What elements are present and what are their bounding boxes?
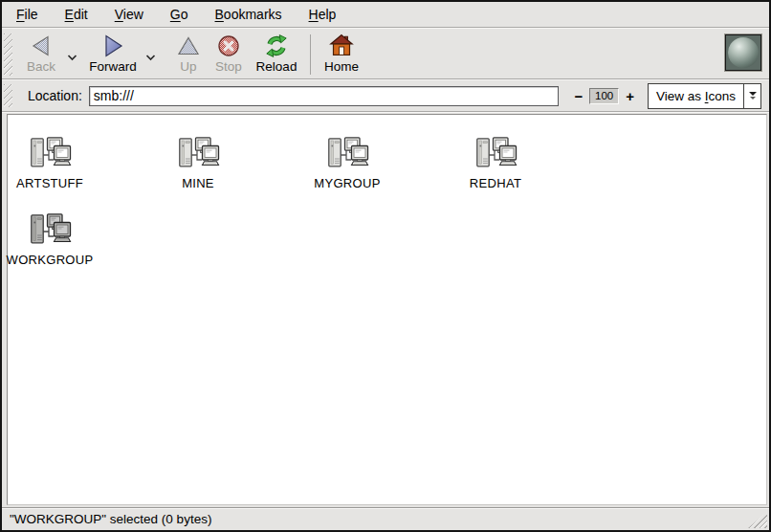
- home-button[interactable]: Home: [318, 31, 365, 74]
- workgroup-item-artstuff[interactable]: ARTSTUFF: [0, 136, 121, 190]
- back-button[interactable]: Back: [18, 31, 64, 74]
- network-workgroup-icon: [28, 136, 72, 172]
- view-as-label: View as Icons: [649, 89, 743, 103]
- reload-label: Reload: [256, 59, 297, 74]
- reload-icon: [264, 33, 289, 59]
- workgroup-item-mygroup[interactable]: MYGROUP: [275, 136, 419, 190]
- workgroup-item-workgroup[interactable]: WORKGROUP: [0, 212, 121, 267]
- icon-label: ARTSTUFF: [16, 176, 83, 190]
- back-icon: [29, 33, 54, 59]
- back-history-dropdown[interactable]: [64, 54, 79, 61]
- location-bar-grip-handle[interactable]: [4, 84, 12, 107]
- zoom-out-button[interactable]: −: [572, 88, 584, 104]
- menu-edit[interactable]: Edit: [62, 5, 91, 24]
- up-label: Up: [180, 59, 196, 74]
- resize-grip-handle[interactable]: [748, 512, 767, 528]
- icon-label: MYGROUP: [314, 176, 380, 190]
- network-workgroup-icon: [474, 136, 518, 172]
- menu-view[interactable]: View: [112, 5, 146, 24]
- menu-help[interactable]: Help: [306, 5, 340, 24]
- location-bar: Location: − 100 + View as Icons: [2, 80, 769, 111]
- status-text: "WORKGROUP" selected (0 bytes): [10, 512, 211, 526]
- stop-icon: [216, 33, 241, 59]
- back-label: Back: [27, 59, 55, 74]
- location-label: Location:: [28, 88, 82, 103]
- icon-label: REDHAT: [470, 176, 521, 190]
- stop-button[interactable]: Stop: [208, 31, 250, 74]
- workgroup-item-mine[interactable]: MINE: [126, 136, 270, 190]
- zoom-in-button[interactable]: +: [624, 88, 636, 104]
- chevron-down-icon: [145, 54, 156, 61]
- icon-label: WORKGROUP: [7, 253, 94, 267]
- status-bar: "WORKGROUP" selected (0 bytes): [2, 507, 769, 530]
- icon-view[interactable]: ARTSTUFF MINE MYGROUP REDHAT WORKGROUP: [7, 114, 767, 505]
- forward-button[interactable]: Forward: [83, 31, 143, 74]
- zoom-level-indicator[interactable]: 100: [589, 88, 619, 104]
- home-icon: [329, 33, 354, 59]
- throbber-icon: [725, 34, 761, 71]
- file-manager-window: File Edit View Go Bookmarks Help Back Fo…: [0, 0, 771, 532]
- reload-button[interactable]: Reload: [250, 31, 303, 74]
- content-frame: ARTSTUFF MINE MYGROUP REDHAT WORKGROUP: [2, 113, 769, 507]
- up-button[interactable]: Up: [169, 31, 208, 74]
- location-input[interactable]: [89, 86, 560, 106]
- workgroup-item-redhat[interactable]: REDHAT: [424, 136, 567, 190]
- toolbar-separator: [310, 34, 311, 75]
- forward-icon: [100, 33, 125, 59]
- network-workgroup-icon: [176, 136, 220, 172]
- chevron-down-icon: [67, 54, 77, 61]
- toolbar-grip-handle[interactable]: [4, 33, 12, 76]
- toolbar: Back Forward Up: [2, 29, 769, 78]
- up-icon: [176, 33, 201, 59]
- menu-bar: File Edit View Go Bookmarks Help: [2, 2, 769, 27]
- forward-history-dropdown[interactable]: [143, 54, 158, 61]
- network-workgroup-icon: [28, 212, 72, 249]
- network-workgroup-icon: [325, 136, 369, 172]
- menu-file[interactable]: File: [13, 5, 41, 24]
- menu-go[interactable]: Go: [167, 5, 191, 24]
- menu-bookmarks[interactable]: Bookmarks: [212, 5, 285, 24]
- forward-label: Forward: [89, 59, 137, 74]
- home-label: Home: [324, 59, 359, 74]
- dropdown-arrows-icon[interactable]: [744, 92, 760, 100]
- view-as-dropdown[interactable]: View as Icons: [648, 83, 761, 109]
- icon-label: MINE: [182, 176, 214, 190]
- stop-label: Stop: [215, 59, 242, 74]
